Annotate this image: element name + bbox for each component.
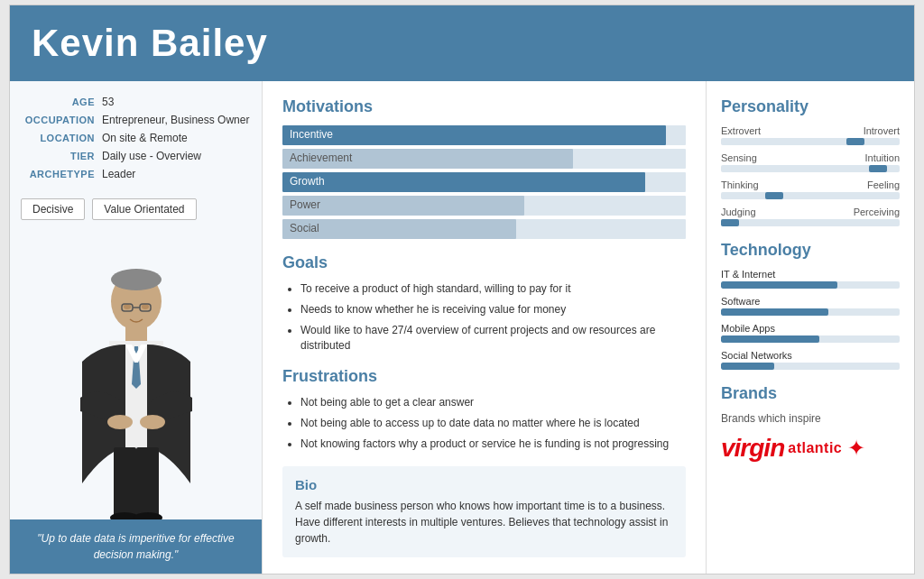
- trait-right-label: Feeling: [867, 179, 900, 190]
- motivation-bar: Achievement: [282, 149, 686, 169]
- frustration-item: Not knowing factors why a product or ser…: [300, 437, 686, 452]
- trait-track: [721, 219, 900, 226]
- trait-labels: Sensing Intuition: [721, 152, 900, 163]
- occupation-row: OCCUPATION Entrepreneur, Business Owner: [21, 114, 251, 126]
- technology-title: Technology: [721, 241, 900, 260]
- bio-title: Bio: [295, 477, 673, 492]
- trait-track: [721, 192, 900, 199]
- goals-title: Goals: [282, 253, 686, 272]
- goal-item: Would like to have 27/4 overview of curr…: [300, 323, 686, 354]
- motivation-bar-label: Power: [290, 198, 320, 211]
- location-value: On site & Remote: [102, 132, 251, 144]
- motivation-bar: Incentive: [282, 125, 686, 145]
- virgin-atlantic-text: atlantic: [788, 440, 842, 456]
- technology-bar-row: Software: [721, 296, 900, 316]
- quote-text: "Up to date data is imperitive for effec…: [37, 532, 234, 561]
- personality-trait-row: Judging Perceiving: [721, 207, 900, 226]
- tags-container: Decisive Value Orientated: [10, 193, 262, 229]
- motivation-bar-fill: [282, 125, 666, 145]
- trait-indicator: [765, 192, 783, 199]
- trait-indicator: [846, 138, 864, 145]
- svg-point-7: [140, 415, 165, 429]
- frustrations-section: Frustrations Not being able to get a cle…: [282, 367, 686, 451]
- photo-area: "Up to date data is imperitive for effec…: [10, 229, 262, 574]
- tech-bar-bg: [721, 308, 900, 316]
- motivation-bar-label: Achievement: [290, 152, 352, 164]
- motivation-bar-bg: Achievement: [282, 149, 686, 169]
- trait-right-label: Perceiving: [854, 207, 900, 217]
- motivation-bar-label: Social: [290, 222, 319, 234]
- age-row: AGE 53: [21, 96, 251, 108]
- archetype-row: ARCHETYPE Leader: [21, 168, 251, 180]
- personality-trait-row: Thinking Feeling: [721, 179, 900, 199]
- technology-bars: IT & Internet Software Mobile Apps Socia…: [721, 269, 900, 370]
- trait-left-label: Thinking: [721, 179, 759, 190]
- tech-bar-fill: [721, 308, 828, 316]
- motivation-bar-bg: Incentive: [282, 125, 686, 145]
- tag-value-orientated[interactable]: Value Orientated: [92, 198, 196, 220]
- age-value: 53: [102, 96, 251, 108]
- tech-bar-bg: [721, 335, 900, 343]
- trait-left-label: Sensing: [721, 152, 757, 163]
- trait-track: [721, 165, 900, 172]
- tech-label: Mobile Apps: [721, 323, 900, 334]
- archetype-value: Leader: [102, 168, 251, 180]
- motivations-title: Motivations: [282, 97, 686, 116]
- trait-labels: Thinking Feeling: [721, 179, 900, 190]
- tech-bar-fill: [721, 281, 837, 289]
- personality-trait-row: Sensing Intuition: [721, 152, 900, 172]
- tier-label: TIER: [21, 150, 102, 161]
- motivation-bar: Growth: [282, 172, 686, 192]
- occupation-value: Entrepreneur, Business Owner: [102, 114, 251, 126]
- tech-bar-bg: [721, 281, 900, 289]
- info-table: AGE 53 OCCUPATION Entrepreneur, Business…: [10, 81, 262, 193]
- location-row: LOCATION On site & Remote: [21, 132, 251, 144]
- frustration-item: Not being able to get a clear answer: [300, 395, 686, 410]
- goals-section: Goals To receive a product of high stand…: [282, 253, 686, 353]
- trait-right-label: Intuition: [864, 152, 900, 163]
- tag-decisive[interactable]: Decisive: [21, 198, 85, 220]
- tier-row: TIER Daily use - Overview: [21, 150, 251, 162]
- tech-label: Software: [721, 296, 900, 307]
- tech-bar-fill: [721, 363, 774, 370]
- header: Kevin Bailey: [10, 5, 914, 81]
- persona-card: Kevin Bailey AGE 53 OCCUPATION Entrepren…: [9, 5, 915, 574]
- technology-bar-row: Mobile Apps: [721, 323, 900, 343]
- trait-track: [721, 138, 900, 145]
- tech-bar-bg: [721, 363, 900, 370]
- personality-trait-row: Extrovert Introvert: [721, 125, 900, 145]
- frustration-item: Not being able to access up to date data…: [300, 416, 686, 431]
- person-name: Kevin Bailey: [32, 22, 892, 65]
- tech-label: IT & Internet: [721, 269, 900, 280]
- tier-value: Daily use - Overview: [102, 150, 251, 162]
- age-label: AGE: [21, 96, 102, 107]
- trait-labels: Extrovert Introvert: [721, 125, 900, 136]
- quote-box: "Up to date data is imperitive for effec…: [10, 519, 262, 574]
- frustrations-list: Not being able to get a clear answerNot …: [282, 395, 686, 451]
- tech-label: Social Networks: [721, 350, 900, 361]
- person-figure: [46, 267, 226, 519]
- location-label: LOCATION: [21, 132, 102, 143]
- svg-point-1: [111, 269, 162, 290]
- brands-title: Brands: [721, 384, 900, 403]
- frustrations-title: Frustrations: [282, 367, 686, 386]
- svg-rect-9: [136, 447, 159, 518]
- svg-point-12: [124, 304, 131, 309]
- occupation-label: OCCUPATION: [21, 114, 102, 125]
- motivation-bar-label: Incentive: [290, 128, 333, 141]
- motivation-bars: Incentive Achievement Growth Power Socia…: [282, 125, 686, 239]
- person-silhouette: [55, 267, 217, 519]
- svg-point-6: [107, 415, 133, 429]
- motivation-bar-bg: Social: [282, 219, 686, 239]
- motivations-section: Motivations Incentive Achievement Growth…: [282, 97, 686, 239]
- brands-section: Brands Brands which inspire virgin atlan…: [721, 384, 900, 463]
- body: AGE 53 OCCUPATION Entrepreneur, Business…: [10, 81, 914, 574]
- motivation-bar-bg: Growth: [282, 172, 686, 192]
- virgin-swoosh-icon: ✦: [847, 436, 865, 461]
- technology-bar-row: Social Networks: [721, 350, 900, 370]
- middle-column: Motivations Incentive Achievement Growth…: [263, 81, 707, 574]
- motivation-bar-fill: [282, 172, 645, 192]
- personality-traits: Extrovert Introvert Sensing Intuition Th…: [721, 125, 900, 226]
- right-column: Personality Extrovert Introvert Sensing …: [707, 81, 914, 574]
- bio-box: Bio A self made business person who know…: [282, 466, 686, 557]
